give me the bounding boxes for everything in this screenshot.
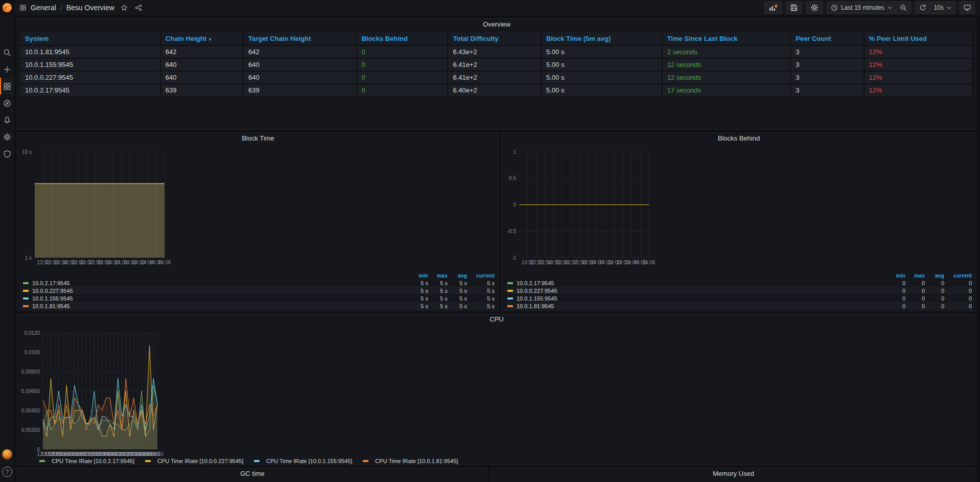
table-cell-block_time: 5.00 s <box>541 84 662 97</box>
cpu-panel-title[interactable]: CPU <box>17 314 976 325</box>
time-range-picker[interactable]: Last 15 minutes <box>827 2 896 14</box>
legend-stat-header-avg[interactable]: avg <box>925 272 944 279</box>
legend-stat-header-current[interactable]: current <box>944 272 972 279</box>
table-cell-target_chain_height: 640 <box>243 71 357 84</box>
table-cell-blocks_behind: 0 <box>357 84 448 97</box>
cpu-chart[interactable]: 0.01200.01000.008000.006000.004000.00200… <box>19 325 173 457</box>
grafana-logo-icon <box>2 2 13 13</box>
table-header-blocks_behind[interactable]: Blocks Behind <box>357 32 448 45</box>
legend-item[interactable]: CPU Time IRate [10.0.0.227:9545] <box>144 458 243 464</box>
svg-text:10 s: 10 s <box>22 149 32 155</box>
legend-stat-value: 0 <box>886 288 905 294</box>
legend-series-name[interactable]: 10.0.2.17:9545 <box>517 280 886 286</box>
user-avatar[interactable] <box>2 449 12 460</box>
legend-stat-header-max[interactable]: max <box>428 272 448 279</box>
legend-stats-header: minmaxavgcurrent <box>21 272 495 279</box>
table-cell-block_time: 5.00 s <box>541 71 662 84</box>
sidebar-item-create[interactable] <box>0 61 14 78</box>
legend-stat-header-current[interactable]: current <box>467 272 495 279</box>
table-header-total_difficulty[interactable]: Total Difficulty <box>448 32 541 45</box>
legend-swatch <box>363 460 368 462</box>
dashboard-settings-button[interactable] <box>806 2 823 14</box>
dashboard: Overview SystemChain Height▾Target Chain… <box>14 15 980 482</box>
column-label: Target Chain Height <box>248 35 311 42</box>
table-header-peer_count[interactable]: Peer Count <box>790 32 864 45</box>
legend-stat-value: 5 s <box>409 303 428 309</box>
table-cell-peer_count: 3 <box>790 84 864 97</box>
legend-item[interactable]: CPU Time IRate [10.0.1.155:9545] <box>252 458 352 464</box>
svg-text:14:06: 14:06 <box>642 260 655 265</box>
table-header-block_time[interactable]: Block Time (5m avg) <box>541 32 662 45</box>
legend-stat-value: 0 <box>905 295 925 302</box>
legend-series-name[interactable]: 10.0.1.155:9545 <box>32 295 409 302</box>
legend-series-name[interactable]: 10.0.0.227:9545 <box>32 288 409 294</box>
refresh-button[interactable] <box>915 2 930 14</box>
svg-text:1: 1 <box>513 149 516 155</box>
legend-series-name[interactable]: 10.0.2.17:9545 <box>32 280 409 286</box>
memory-used-panel-title[interactable]: Memory Used <box>491 468 976 479</box>
column-label: Block Time (5m avg) <box>546 35 611 42</box>
table-cell-chain_height: 640 <box>160 71 243 84</box>
legend-stat-value: 5 s <box>428 288 448 294</box>
legend-swatch <box>507 290 513 292</box>
sidebar-item-server-admin[interactable] <box>0 145 14 162</box>
sidebar-item-search[interactable] <box>0 44 14 61</box>
sidebar-item-configuration[interactable] <box>0 128 14 145</box>
table-cell-total_difficulty: 6.43e+2 <box>448 45 541 58</box>
table-cell-time_since_last_block: 12 seconds <box>662 71 791 84</box>
breadcrumb-title[interactable]: Besu Overview <box>66 4 114 12</box>
block-time-chart[interactable]: 10 s1 s13:5213:5313:5413:5513:5613:5713:… <box>19 146 173 271</box>
cpu-legend: CPU Time IRate [10.0.2.17:9545]CPU Time … <box>38 458 971 464</box>
sidebar-item-explore[interactable] <box>0 95 14 111</box>
svg-text:14:06: 14:06 <box>158 260 171 265</box>
legend-item[interactable]: CPU Time IRate [10.0.1.81:9545] <box>361 458 458 464</box>
legend-series-name[interactable]: 10.0.0.227:9545 <box>517 288 886 294</box>
add-panel-button[interactable] <box>764 2 782 14</box>
table-cell-chain_height: 642 <box>160 45 243 58</box>
breadcrumb-separator: / <box>60 4 62 12</box>
table-header-peer_limit_used[interactable]: % Peer Limit Used <box>864 32 972 45</box>
search-icon <box>3 49 11 57</box>
help-icon[interactable]: ? <box>2 467 12 477</box>
grafana-logo[interactable] <box>0 0 14 15</box>
gc-time-panel-title[interactable]: GC time <box>17 468 487 479</box>
legend-stat-header-avg[interactable]: avg <box>448 272 467 279</box>
table-header-target_chain_height[interactable]: Target Chain Height <box>243 32 357 45</box>
table-header-time_since_last_block[interactable]: Time Since Last Block <box>662 32 791 45</box>
zoom-out-button[interactable] <box>896 2 911 14</box>
star-icon[interactable] <box>121 4 128 11</box>
legend-series-name[interactable]: 10.0.1.81:9545 <box>517 303 886 309</box>
svg-text:-0.5: -0.5 <box>507 228 517 234</box>
chevron-down-icon <box>888 6 892 9</box>
legend-item[interactable]: CPU Time IRate [10.0.2.17:9545] <box>38 458 134 464</box>
save-dashboard-button[interactable] <box>786 2 802 14</box>
overview-panel-title[interactable]: Overview <box>17 19 976 30</box>
legend-stat-value: 5 s <box>409 295 428 302</box>
time-controls: Last 15 minutes <box>827 2 911 14</box>
table-header-system[interactable]: System <box>20 32 160 45</box>
column-label: Peer Count <box>796 35 831 42</box>
legend-stat-header-min[interactable]: min <box>409 272 428 279</box>
share-icon[interactable] <box>135 4 142 11</box>
blocks-behind-chart[interactable]: 10.50-0.5-113:5213:5313:5413:5513:5613:5… <box>504 146 657 271</box>
legend-swatch <box>23 305 29 307</box>
table-header-chain_height[interactable]: Chain Height▾ <box>160 32 243 45</box>
cycle-view-button[interactable] <box>960 2 975 14</box>
legend-stat-value: 0 <box>886 303 905 309</box>
block-time-panel: Block Time 10 s1 s13:5213:5313:5413:5513… <box>17 132 499 311</box>
legend-series-name[interactable]: 10.0.1.155:9545 <box>517 295 886 302</box>
sidebar-item-alerting[interactable] <box>0 111 14 128</box>
shield-icon <box>3 150 11 158</box>
refresh-interval-select[interactable]: 10s <box>930 2 955 14</box>
blocks-behind-panel-title[interactable]: Blocks Behind <box>502 133 976 144</box>
legend-stat-header-max[interactable]: max <box>905 272 925 279</box>
legend-series-name[interactable]: 10.0.1.81:9545 <box>32 303 409 309</box>
breadcrumb-section[interactable]: General <box>31 4 56 12</box>
svg-text:1 s: 1 s <box>25 255 32 261</box>
sidebar-item-dashboards[interactable] <box>0 78 14 95</box>
legend-stat-value: 0 <box>925 303 944 309</box>
legend-series-name: CPU Time IRate [10.0.1.155:9545] <box>266 458 352 464</box>
legend-stat-header-min[interactable]: min <box>886 272 905 279</box>
block-time-panel-title[interactable]: Block Time <box>17 133 499 144</box>
blocks-behind-legend: minmaxavgcurrent10.0.2.17:9545000010.0.0… <box>506 272 972 310</box>
